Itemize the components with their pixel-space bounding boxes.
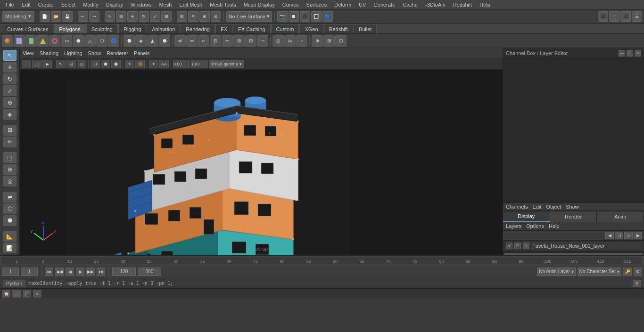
paint-left[interactable]: ✏	[3, 137, 17, 147]
render-btn2[interactable]: ⬛	[300, 11, 310, 22]
annotation-left[interactable]: 📝	[3, 243, 17, 253]
vp-select-mask-btn[interactable]: ↖	[56, 60, 66, 68]
vp-texture-btn[interactable]: ⬣	[111, 60, 121, 68]
lasso-select-button[interactable]: ⊞	[116, 11, 126, 22]
mirror-icon-btn[interactable]: ⇌	[174, 35, 186, 47]
layer-next2-btn[interactable]: ▶	[634, 232, 642, 239]
plane-icon-btn[interactable]: ▭	[61, 35, 72, 47]
menu-deform[interactable]: Deform	[330, 0, 355, 9]
rotate-tool-button[interactable]: ↻	[139, 11, 149, 22]
viewport-menu-lighting[interactable]: Lighting	[64, 50, 83, 56]
disk-icon-btn[interactable]: ⬟	[73, 35, 84, 47]
rp-tab-anim[interactable]: Anim	[597, 211, 644, 222]
snap-point-button[interactable]: ⊕	[199, 11, 210, 22]
bridge-icon-btn[interactable]: ⇔	[186, 35, 198, 47]
go-to-start-btn[interactable]: ⏮	[45, 267, 53, 276]
channels-menu-item[interactable]: Channels	[506, 204, 528, 210]
render-btn1[interactable]: 🔲	[289, 11, 299, 22]
no-live-surface-dropdown[interactable]: No Live Surface ▾	[226, 11, 272, 22]
menu-select[interactable]: Select	[58, 0, 80, 9]
vp-shadow-btn[interactable]: 🔆	[135, 60, 145, 68]
play-forward-btn[interactable]: ▶	[76, 267, 84, 276]
window-restore[interactable]: □	[23, 290, 31, 298]
window-minimize[interactable]: —	[12, 290, 21, 298]
artisan-left[interactable]: ⬚	[3, 152, 17, 163]
viewport-menu-panels[interactable]: Panels	[134, 50, 150, 56]
scale-tool-left[interactable]: ⤢	[3, 85, 17, 96]
menu-generate[interactable]: Generate	[370, 0, 399, 9]
helix-icon-btn[interactable]: 🌀	[108, 35, 119, 47]
undo-button[interactable]: ↩	[78, 11, 88, 22]
tab-animation[interactable]: Animation	[147, 24, 180, 33]
connect-icon-btn[interactable]: ⊕	[312, 35, 323, 47]
custom-tool1-left[interactable]: ◈	[3, 109, 17, 120]
object-menu-item[interactable]: Object	[546, 204, 561, 210]
timeline-ruler[interactable]: 1 5 10 15 20 25 30 35 40 45 50 55 60 65 …	[2, 257, 642, 264]
menu-3dtall[interactable]: -3DtoAll-	[421, 0, 449, 9]
layers-help-item[interactable]: Help	[549, 223, 560, 229]
scale-tool-button[interactable]: ⤢	[150, 11, 160, 22]
show-menu-item[interactable]: Show	[566, 204, 579, 210]
current-frame-input[interactable]	[2, 267, 19, 276]
rp-tab-display[interactable]: Display	[503, 211, 550, 222]
mode-dropdown[interactable]: Modeling ▾	[2, 11, 34, 22]
viewport-3d-content[interactable]: persp X Y Z	[20, 70, 503, 255]
render-btn4[interactable]: 🔵	[322, 11, 333, 22]
smooth-icon-btn[interactable]: ◈	[135, 35, 147, 47]
menu-mesh-display[interactable]: Mesh Display	[240, 0, 279, 9]
menu-mesh[interactable]: Mesh	[155, 0, 175, 9]
edit-menu-item[interactable]: Edit	[532, 204, 541, 210]
vp-playblast-btn[interactable]: ▶	[42, 60, 52, 68]
layers-options-item[interactable]: Options	[526, 223, 544, 229]
poke-icon-btn[interactable]: ◎	[272, 35, 284, 47]
relax-left[interactable]: ◎	[3, 176, 17, 186]
anim-layer-dropdown[interactable]: No Anim Layer ▾	[537, 267, 576, 276]
layers-scroll-thumb[interactable]	[504, 253, 643, 255]
window-close[interactable]: ×	[33, 290, 41, 298]
pipe-icon-btn[interactable]: ⬡	[96, 35, 107, 47]
panel-close-btn[interactable]: ×	[635, 50, 641, 57]
vp-sel-comp-btn[interactable]: ⊞	[66, 60, 76, 68]
layer-next-btn[interactable]: ▷	[624, 232, 633, 239]
open-scene-button[interactable]: 📂	[51, 11, 61, 22]
extrude-icon-btn[interactable]: ⊟	[210, 35, 221, 47]
char-set-dropdown[interactable]: No Character Set ▾	[578, 267, 621, 276]
rotate-tool-left[interactable]: ↻	[3, 73, 17, 84]
quad-draw-left[interactable]: ⬡	[3, 203, 17, 214]
snap-together-left[interactable]: ⬣	[3, 215, 17, 226]
gamma-dropdown[interactable]: sRGB gamma ▾	[209, 60, 244, 68]
camera-btn1[interactable]: 📷	[277, 11, 288, 22]
pyramid-icon-btn[interactable]: △	[84, 35, 96, 47]
range-start-input[interactable]	[112, 267, 136, 276]
menu-modify[interactable]: Modify	[79, 0, 102, 9]
step-forward-btn[interactable]: ▶▶	[86, 267, 95, 276]
menu-windows[interactable]: Windows	[127, 0, 156, 9]
vp-isolate-btn[interactable]: ◎	[77, 60, 86, 68]
viewport-menu-renderer[interactable]: Renderer	[107, 50, 128, 56]
lasso-left[interactable]: ⊞	[3, 125, 17, 136]
tab-redshift[interactable]: Redshift	[324, 24, 353, 33]
layer-prev-btn[interactable]: ◀	[605, 232, 614, 239]
script-editor-btn[interactable]: ⊞	[633, 280, 641, 287]
layout-btn4[interactable]: ☰	[632, 11, 642, 22]
sphere-icon-btn[interactable]	[2, 35, 13, 47]
slide-edge-icon-btn[interactable]: ⤍	[257, 35, 268, 47]
redo-button[interactable]: ↪	[89, 11, 99, 22]
menu-mesh-tools[interactable]: Mesh Tools	[206, 0, 239, 9]
menu-surfaces[interactable]: Surfaces	[303, 0, 330, 9]
panel-minimize-btn[interactable]: —	[619, 50, 625, 57]
layer-item[interactable]: V P / Favela_House_New_001_layer	[503, 241, 644, 251]
select-tool-button[interactable]: ↖	[105, 11, 115, 22]
layout-btn1[interactable]: ⬛	[598, 11, 608, 22]
tab-curves-surfaces[interactable]: Curves / Surfaces	[2, 24, 53, 33]
insert-edge-icon-btn[interactable]: ⊞	[233, 35, 245, 47]
snap-grid-button[interactable]: ⊞	[177, 11, 187, 22]
step-back-btn[interactable]: ◀◀	[55, 267, 64, 276]
snap-surface-button[interactable]: ⊗	[211, 11, 221, 22]
cylinder-icon-btn[interactable]	[25, 35, 37, 47]
menu-help[interactable]: Help	[476, 0, 494, 9]
render-btn3[interactable]: 🔳	[311, 11, 322, 22]
menu-file[interactable]: File	[2, 0, 18, 9]
cube-icon-btn[interactable]	[14, 35, 25, 47]
menu-edit-mesh[interactable]: Edit Mesh	[175, 0, 206, 9]
